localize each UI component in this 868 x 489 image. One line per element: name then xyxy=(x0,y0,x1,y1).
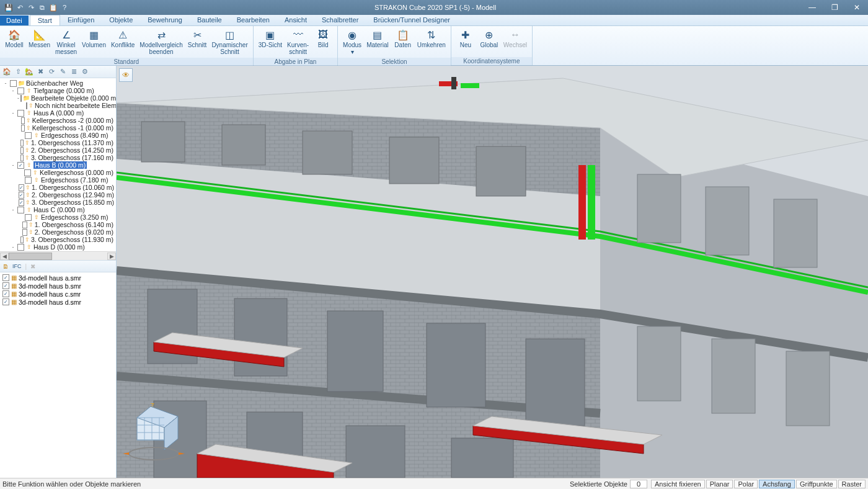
ribbon-neu-button[interactable]: ✚Neu xyxy=(454,27,477,50)
ribbon-material-button[interactable]: ▤Material xyxy=(364,27,391,50)
expand-icon[interactable]: - xyxy=(10,162,16,168)
file-row[interactable]: ▦3d-modell haus a.smr xyxy=(2,274,113,282)
status-polar-button[interactable]: Polar xyxy=(734,480,758,488)
ribbon-messen-button[interactable]: 📐Messen xyxy=(26,27,53,50)
status-ansicht-fixieren-button[interactable]: Ansicht fixieren xyxy=(651,480,705,488)
visibility-checkbox[interactable] xyxy=(10,80,17,87)
ribbon-tab-objekte[interactable]: Objekte xyxy=(102,15,140,25)
tree-node[interactable]: ⇧Kellergeschoss -2 (0.000 m) xyxy=(0,117,116,124)
visibility-checkbox[interactable] xyxy=(20,236,24,243)
file-menu-button[interactable]: Datei xyxy=(0,16,29,25)
expand-icon[interactable]: - xyxy=(10,207,16,213)
status-griffpunkte-button[interactable]: Griffpunkte xyxy=(796,480,837,488)
scroll-right-icon[interactable]: ▶ xyxy=(107,253,116,260)
tree-node[interactable]: ⇧3. Obergeschoss (15.850 m) xyxy=(0,199,116,206)
visibility-checkbox[interactable] xyxy=(26,102,27,109)
file-row[interactable]: ▦3d-modell haus b.smr xyxy=(2,282,113,290)
ribbon-tab-bewehrung[interactable]: Bewehrung xyxy=(140,15,190,25)
add-file-icon[interactable]: 🗎 xyxy=(2,263,9,270)
file-checkbox[interactable] xyxy=(2,274,9,281)
expand-icon[interactable]: - xyxy=(10,87,16,94)
visibility-checkbox[interactable] xyxy=(21,117,25,124)
scroll-thumb[interactable] xyxy=(9,253,52,260)
tree-node[interactable]: ⇧1. Obergeschoss (10.060 m) xyxy=(0,184,116,191)
expand-icon[interactable]: - xyxy=(10,110,16,116)
ribbon-tab-bearbeiten[interactable]: Bearbeiten xyxy=(229,15,277,25)
visibility-checkbox[interactable] xyxy=(25,132,32,139)
file-list[interactable]: ▦3d-modell haus a.smr▦3d-modell haus b.s… xyxy=(0,272,116,307)
file-checkbox[interactable] xyxy=(2,298,9,305)
tree-node[interactable]: -📁Büchenbacher Weg xyxy=(0,79,116,87)
visibility-checkbox[interactable] xyxy=(17,110,24,117)
visibility-checkbox[interactable] xyxy=(22,222,27,228)
tree-node[interactable]: ⇧3. Obergeschoss (17.160 m) xyxy=(0,154,116,161)
tree-node[interactable]: ⇧2. Obergeschoss (12.940 m) xyxy=(0,191,116,199)
visibility-checkbox[interactable] xyxy=(17,207,24,213)
tree-node[interactable]: ⇧Erdgeschoss (3.250 m) xyxy=(0,213,116,221)
visibility-checkbox[interactable] xyxy=(20,140,24,146)
tree-node[interactable]: -⇧Haus C (0.000 m) xyxy=(0,206,116,213)
visibility-checkbox[interactable] xyxy=(22,229,27,236)
close-button[interactable]: ✕ xyxy=(846,0,868,15)
visibility-checkbox[interactable] xyxy=(17,244,24,251)
tree-node[interactable]: ⇧2. Obergeschoss (14.250 m) xyxy=(0,146,116,154)
scroll-left-icon[interactable]: ◀ xyxy=(0,253,9,260)
tree-tb-house-icon[interactable]: 🏠 xyxy=(2,68,11,76)
tree-node[interactable]: ⇧3. Obergeschoss (11.930 m) xyxy=(0,236,116,243)
ribbon-modell-button[interactable]: 🏠Modell xyxy=(2,27,26,50)
expand-icon[interactable]: - xyxy=(10,244,16,250)
tree-tb-layers-icon[interactable]: ≣ xyxy=(69,68,78,76)
tree-hscrollbar[interactable]: ◀ ▶ xyxy=(0,251,116,260)
ribbon-schnitt-button[interactable]: ✂Schnitt xyxy=(185,27,210,50)
status-achsfang-button[interactable]: Achsfang xyxy=(759,480,795,488)
file-checkbox[interactable] xyxy=(2,290,9,297)
tree-tb-refresh-icon[interactable]: ⟳ xyxy=(47,68,56,76)
ribbon-winkel-button[interactable]: ∠Winkelmessen xyxy=(53,27,79,56)
tree-node[interactable]: -⇧Haus D (0.000 m) xyxy=(0,243,116,251)
qat-paste-icon[interactable]: 📋 xyxy=(48,2,58,12)
tree-node[interactable]: ⇧Erdgeschoss (7.180 m) xyxy=(0,176,116,184)
file-checkbox[interactable] xyxy=(2,282,9,289)
ribbon-tab-schalbretter[interactable]: Schalbretter xyxy=(314,15,366,25)
ribbon-kurvenschnitt-button[interactable]: 〰Kurven-schnitt xyxy=(285,27,311,56)
ribbon-3dsicht-button[interactable]: ▣3D-Sicht xyxy=(256,27,285,50)
ribbon-konflikte-button[interactable]: ⚠Konflikte xyxy=(108,27,137,50)
ribbon-tab-brücken/tunnel designer[interactable]: Brücken/Tunnel Designer xyxy=(366,15,458,25)
ribbon-volumen-button[interactable]: ▦Volumen xyxy=(79,27,108,50)
tree-node[interactable]: ⇧Noch nicht bearbeitete Elem xyxy=(0,102,116,109)
visibility-checkbox[interactable] xyxy=(24,169,30,176)
ribbon-tab-einfügen[interactable]: Einfügen xyxy=(60,15,102,25)
3d-viewport[interactable]: 👁 xyxy=(117,66,868,478)
ribbon-modus-button[interactable]: ◉Modus▾ xyxy=(340,27,364,56)
ribbon-tab-ansicht[interactable]: Ansicht xyxy=(277,15,314,25)
tree-tb-delete-icon[interactable]: ✖ xyxy=(36,68,45,76)
visibility-checkbox[interactable] xyxy=(20,95,22,102)
tree-node[interactable]: ⇧Erdgeschoss (8.490 m) xyxy=(0,132,116,139)
tree-tb-settings-icon[interactable]: ⚙ xyxy=(81,68,89,76)
ribbon-bild-button[interactable]: 🖼Bild xyxy=(311,27,335,50)
tree-tb-edit-icon[interactable]: ✎ xyxy=(58,68,67,76)
ribbon-dynschnitt-button[interactable]: ◫DynamischerSchnitt xyxy=(209,27,250,56)
file-row[interactable]: ▦3d-modell haus c.smr xyxy=(2,290,113,298)
tree-node[interactable]: -⇧Haus A (0.000 m) xyxy=(0,109,116,117)
ribbon-umkehren-button[interactable]: ⇅Umkehren xyxy=(415,27,448,50)
visibility-checkbox[interactable] xyxy=(21,125,25,132)
visibility-checkbox[interactable] xyxy=(17,87,24,94)
visibility-checkbox[interactable] xyxy=(19,199,24,206)
model-tree[interactable]: -📁Büchenbacher Weg-⇧Tiefgarage (0.000 m)… xyxy=(0,78,116,251)
expand-icon[interactable]: - xyxy=(17,95,19,101)
viewport-eye-icon[interactable]: 👁 xyxy=(119,68,133,82)
ifc-label[interactable]: IFC xyxy=(12,263,22,269)
visibility-checkbox[interactable] xyxy=(17,162,24,169)
tree-node[interactable]: -📁Bearbeitete Objekte (0.000 m) xyxy=(0,94,116,102)
file-row[interactable]: ▦3d-modell haus d.smr xyxy=(2,298,113,306)
tree-tb-up-icon[interactable]: ⇧ xyxy=(14,68,22,76)
visibility-checkbox[interactable] xyxy=(20,155,24,161)
remove-file-icon[interactable]: ✖ xyxy=(30,263,35,270)
expand-icon[interactable]: - xyxy=(2,80,9,86)
ribbon-modellvergleich-button[interactable]: ⇄Modellvergleichbeenden xyxy=(137,27,185,56)
qat-save-icon[interactable]: 💾 xyxy=(4,2,14,12)
tree-tb-home-icon[interactable]: 🏡 xyxy=(25,68,33,76)
visibility-checkbox[interactable] xyxy=(19,192,24,199)
tree-node[interactable]: ⇧Kellergeschoss -1 (0.000 m) xyxy=(0,124,116,132)
